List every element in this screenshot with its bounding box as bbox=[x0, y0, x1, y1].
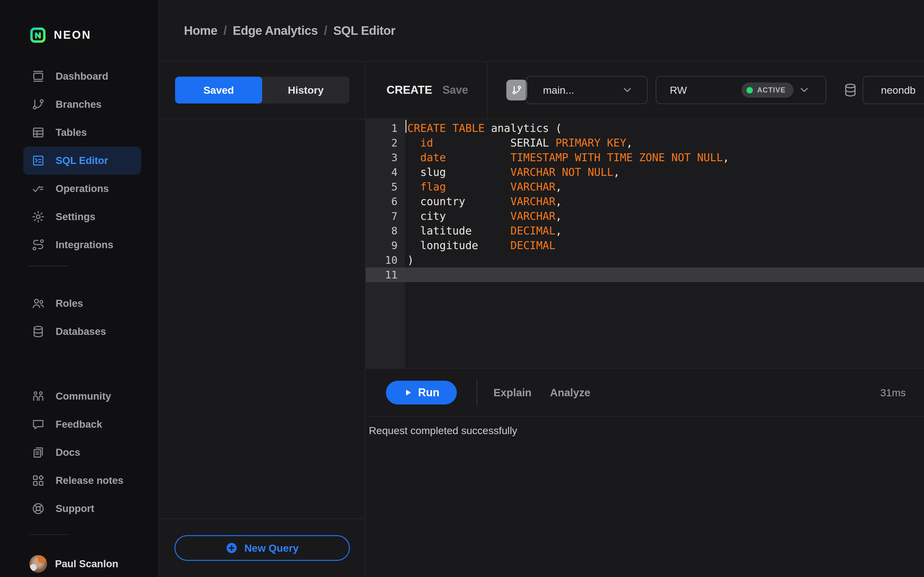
code-text: ) bbox=[405, 254, 414, 266]
sidebar: NEON DashboardBranchesTablesSQL EditorOp… bbox=[0, 0, 159, 577]
breadcrumb-item-edge-analytics[interactable]: Edge Analytics bbox=[233, 24, 318, 37]
release-notes-icon bbox=[31, 474, 45, 488]
sidebar-nav-database: RolesDatabases bbox=[0, 289, 158, 346]
sidebar-item-label: Databases bbox=[56, 326, 106, 337]
branches-icon bbox=[31, 97, 45, 111]
databases-icon bbox=[31, 324, 45, 338]
database-select[interactable]: neondb bbox=[863, 76, 924, 104]
saved-history-toggle: Saved History bbox=[175, 77, 349, 103]
sidebar-item-feedback[interactable]: Feedback bbox=[23, 410, 141, 438]
queries-toolbar: Saved History bbox=[159, 62, 365, 119]
new-query-button[interactable]: New Query bbox=[174, 535, 350, 561]
roles-icon bbox=[31, 297, 45, 311]
sidebar-item-support[interactable]: Support bbox=[23, 495, 141, 523]
support-icon bbox=[31, 501, 45, 516]
sidebar-item-docs[interactable]: Docs bbox=[23, 438, 141, 466]
dashboard-icon bbox=[31, 69, 45, 83]
run-bar-separator bbox=[477, 379, 477, 406]
chevron-down-icon bbox=[621, 84, 633, 96]
community-icon bbox=[31, 389, 45, 403]
sidebar-item-dashboard[interactable]: Dashboard bbox=[23, 62, 141, 90]
code-text: date TIMESTAMP WITH TIME ZONE NOT NULL, bbox=[405, 152, 729, 164]
code-text: longitude DECIMAL bbox=[405, 239, 556, 251]
breadcrumb-item-home[interactable]: Home bbox=[184, 24, 217, 37]
run-button[interactable]: Run bbox=[386, 381, 457, 405]
user-name: Paul Scanlon bbox=[55, 558, 118, 570]
sidebar-item-label: SQL Editor bbox=[56, 155, 108, 166]
sidebar-item-label: Release notes bbox=[56, 475, 123, 486]
sidebar-item-label: Settings bbox=[56, 211, 95, 222]
tables-icon bbox=[31, 126, 45, 140]
query-tab-name[interactable]: CREATE bbox=[386, 84, 432, 97]
status-message: Request completed successfully bbox=[366, 417, 924, 577]
sidebar-item-label: Docs bbox=[56, 446, 80, 458]
sidebar-item-roles[interactable]: Roles bbox=[23, 289, 141, 318]
code-line-8: 8 latitude DECIMAL, bbox=[366, 224, 924, 238]
brand-name: NEON bbox=[54, 29, 91, 42]
code-text: latitude DECIMAL, bbox=[405, 225, 562, 237]
code-text: CREATE TABLE analytics ( bbox=[405, 122, 562, 134]
new-query-label: New Query bbox=[244, 542, 299, 554]
sidebar-item-databases[interactable]: Databases bbox=[23, 318, 141, 346]
neon-logo-icon bbox=[29, 25, 47, 45]
breadcrumb-separator: / bbox=[324, 24, 327, 37]
breadcrumb-item-sql-editor[interactable]: SQL Editor bbox=[333, 24, 396, 37]
sidebar-item-sql-editor[interactable]: SQL Editor bbox=[23, 147, 141, 175]
sql-code-editor[interactable]: 1CREATE TABLE analytics (2 id SERIAL PRI… bbox=[366, 119, 924, 369]
branch-icon-button[interactable] bbox=[506, 80, 527, 100]
sidebar-item-tables[interactable]: Tables bbox=[23, 118, 141, 147]
tab-history[interactable]: History bbox=[262, 77, 349, 103]
sidebar-spacer bbox=[0, 346, 158, 366]
sidebar-item-integrations[interactable]: Integrations bbox=[23, 231, 141, 259]
code-line-1: 1CREATE TABLE analytics ( bbox=[366, 121, 924, 135]
line-number: 3 bbox=[366, 152, 405, 164]
new-query-row: New Query bbox=[159, 518, 365, 577]
avatar bbox=[29, 555, 47, 573]
sql-editor-icon bbox=[31, 153, 45, 168]
saved-queries-list[interactable] bbox=[159, 119, 365, 518]
toolbar-separator bbox=[487, 62, 488, 118]
sidebar-item-operations[interactable]: Operations bbox=[23, 175, 141, 203]
sql-editor-panel: CREATE Save main... RW ACTIVE bbox=[366, 62, 924, 577]
sidebar-nav-secondary: CommunityFeedbackDocsRelease notesSuppor… bbox=[0, 382, 158, 523]
sidebar-item-branches[interactable]: Branches bbox=[23, 90, 141, 118]
breadcrumb-separator: / bbox=[223, 24, 227, 37]
operations-icon bbox=[31, 182, 45, 196]
endpoint-select[interactable]: RW ACTIVE bbox=[656, 76, 826, 104]
endpoint-status-badge: ACTIVE bbox=[741, 82, 793, 98]
editor-toolbar: CREATE Save main... RW ACTIVE bbox=[366, 62, 924, 119]
code-text: country VARCHAR, bbox=[405, 195, 562, 208]
code-line-2: 2 id SERIAL PRIMARY KEY, bbox=[366, 135, 924, 150]
line-number: 4 bbox=[366, 166, 405, 178]
play-icon bbox=[403, 388, 412, 397]
sidebar-item-community[interactable]: Community bbox=[23, 382, 141, 410]
plus-circle-icon bbox=[226, 542, 238, 554]
explain-button[interactable]: Explain bbox=[493, 387, 531, 399]
sidebar-item-label: Tables bbox=[56, 127, 87, 138]
code-text: slug VARCHAR NOT NULL, bbox=[405, 166, 620, 178]
user-menu[interactable]: Paul Scanlon bbox=[29, 551, 158, 577]
text-cursor bbox=[405, 120, 406, 133]
line-number: 5 bbox=[366, 181, 405, 193]
code-line-3: 3 date TIMESTAMP WITH TIME ZONE NOT NULL… bbox=[366, 150, 924, 165]
sidebar-item-release-notes[interactable]: Release notes bbox=[23, 466, 141, 495]
settings-icon bbox=[31, 210, 45, 224]
code-line-11: 11 bbox=[366, 268, 924, 282]
tab-saved[interactable]: Saved bbox=[175, 77, 262, 103]
code-text: city VARCHAR, bbox=[405, 210, 562, 222]
branch-select[interactable]: main... bbox=[526, 76, 648, 104]
endpoint-select-value: RW bbox=[670, 84, 687, 96]
code-line-5: 5 flag VARCHAR, bbox=[366, 179, 924, 194]
save-button[interactable]: Save bbox=[443, 84, 468, 97]
sidebar-item-label: Branches bbox=[56, 98, 102, 110]
analyze-button[interactable]: Analyze bbox=[550, 387, 590, 399]
sidebar-item-settings[interactable]: Settings bbox=[23, 203, 141, 231]
run-bar: Run Explain Analyze 31ms bbox=[366, 369, 924, 417]
status-dot bbox=[746, 87, 753, 93]
code-line-9: 9 longitude DECIMAL bbox=[366, 238, 924, 253]
neon-logo[interactable]: NEON bbox=[29, 24, 158, 46]
code-text: flag VARCHAR, bbox=[405, 181, 562, 193]
line-number: 8 bbox=[366, 225, 405, 237]
sidebar-item-label: Dashboard bbox=[56, 71, 108, 82]
line-number: 1 bbox=[366, 122, 405, 134]
